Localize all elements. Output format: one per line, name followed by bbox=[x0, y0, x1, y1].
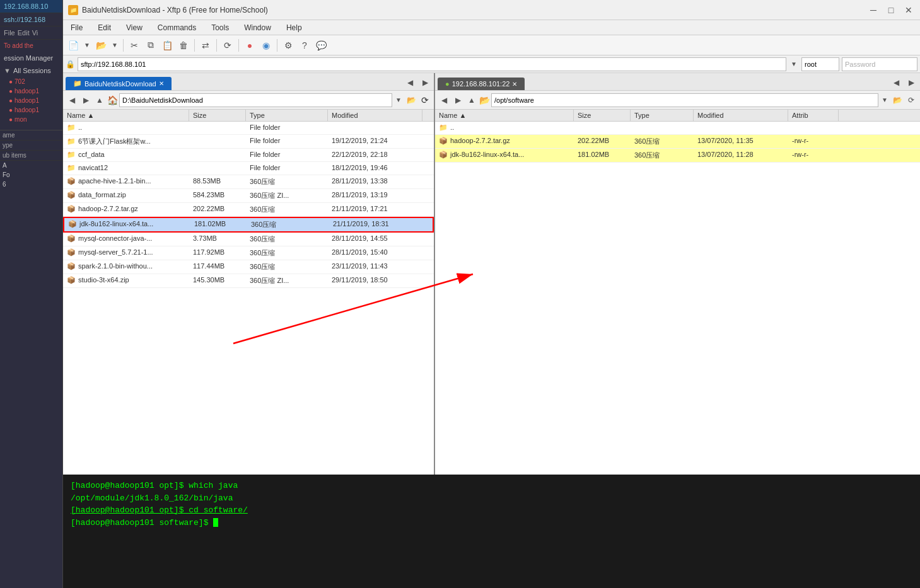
session-702[interactable]: ● 702 bbox=[0, 77, 62, 86]
remote-header-type[interactable]: Type bbox=[631, 110, 694, 121]
table-row[interactable]: 📦apache-hive-1.2.1-bin... 88.53MB 360压缩 … bbox=[63, 175, 434, 189]
transfer-button[interactable]: ⇄ bbox=[198, 38, 213, 53]
menu-window[interactable]: Window bbox=[242, 22, 274, 33]
file-type: File folder bbox=[246, 122, 328, 134]
menu-commands[interactable]: Commands bbox=[155, 22, 199, 33]
local-path-input[interactable] bbox=[119, 93, 392, 107]
file-size bbox=[189, 122, 246, 134]
session-hadoop1-3[interactable]: ● hadoop1 bbox=[0, 105, 62, 115]
sidebar-ip-top[interactable]: 192.168.88.10 bbox=[0, 0, 62, 13]
remote-refresh-button[interactable]: ⟳ bbox=[905, 94, 917, 107]
remote-file-list[interactable]: Name ▲ Size Type Modified Attrib 📁.. 📦ha bbox=[435, 110, 920, 483]
remote-prev-tab[interactable]: ◀ bbox=[890, 76, 902, 89]
refresh-button[interactable]: ⟳ bbox=[220, 38, 235, 53]
local-tab-close[interactable]: ✕ bbox=[159, 80, 164, 87]
all-sessions-item[interactable]: ▼ All Sessions bbox=[0, 64, 62, 77]
session-icon: ● bbox=[9, 88, 13, 95]
remote-header-modified[interactable]: Modified bbox=[694, 110, 788, 121]
session-mon[interactable]: ● mon bbox=[0, 115, 62, 124]
menu-view[interactable]: View bbox=[124, 22, 145, 33]
open-dropdown[interactable]: ▼ bbox=[110, 38, 120, 53]
table-row[interactable]: 📦hadoop-2.7.2.tar.gz 202.22MB 360压缩 13/0… bbox=[435, 135, 920, 149]
remote-browse-button[interactable]: 📂 bbox=[891, 94, 904, 107]
file-size: 181.02MB bbox=[574, 149, 631, 162]
local-header-name[interactable]: Name ▲ bbox=[63, 110, 189, 121]
menu-help[interactable]: Help bbox=[284, 22, 305, 33]
close-button[interactable]: ✕ bbox=[902, 4, 915, 16]
remote-tab[interactable]: ● 192.168.88.101:22 ✕ bbox=[438, 78, 525, 90]
delete-button[interactable]: 🗑 bbox=[176, 38, 191, 53]
copy-button[interactable]: ⧉ bbox=[143, 38, 158, 53]
menu-file[interactable]: File bbox=[68, 22, 85, 33]
local-file-list[interactable]: Name ▲ Size Type Modified 📁.. File folde… bbox=[63, 110, 434, 492]
cut-button[interactable]: ✂ bbox=[127, 38, 142, 53]
local-prev-tab[interactable]: ◀ bbox=[404, 76, 416, 89]
local-browse-button[interactable]: 📂 bbox=[405, 94, 417, 107]
sidebar-edit-menu[interactable]: Edit bbox=[18, 29, 30, 37]
table-row[interactable]: 📦mysql-connector-java-... 3.73MB 360压缩 2… bbox=[63, 233, 434, 246]
local-up-button[interactable]: ▲ bbox=[93, 94, 106, 107]
menu-edit[interactable]: Edit bbox=[95, 22, 114, 33]
paste-button[interactable]: 📋 bbox=[160, 38, 175, 53]
settings-button[interactable]: ⚙ bbox=[281, 38, 296, 53]
table-row[interactable]: 📁6节课入门Flask框架w... File folder 19/12/2019… bbox=[63, 135, 434, 149]
table-row[interactable]: 📁.. File folder bbox=[63, 122, 434, 135]
table-row[interactable]: 📦jdk-8u162-linux-x64.ta... 181.02MB 360压… bbox=[63, 217, 434, 233]
open-button[interactable]: 📂 bbox=[93, 38, 108, 53]
local-path-dropdown[interactable]: ▼ bbox=[393, 93, 404, 108]
remote-header-size[interactable]: Size bbox=[574, 110, 631, 121]
new-session-button[interactable]: 📄 bbox=[66, 38, 81, 53]
remote-path-input[interactable] bbox=[491, 93, 878, 107]
sidebar-ssh[interactable]: ssh://192.168 bbox=[0, 13, 62, 26]
root-field[interactable]: root bbox=[801, 57, 839, 71]
local-header-modified[interactable]: Modified bbox=[328, 110, 422, 121]
password-field[interactable]: Password bbox=[842, 57, 917, 71]
table-row[interactable]: 📦jdk-8u162-linux-x64.ta... 181.02MB 360压… bbox=[435, 149, 920, 163]
session-hadoop1-1[interactable]: ● hadoop1 bbox=[0, 86, 62, 96]
maximize-button[interactable]: □ bbox=[885, 4, 897, 16]
sidebar-file-menu[interactable]: File bbox=[4, 29, 15, 37]
file-attrib: -rw-r- bbox=[788, 149, 839, 162]
content-area: 📁 BaiduNetdiskDownload ✕ ◀ ▶ ◀ ▶ ▲ 🏠 ▼ 📂 bbox=[63, 73, 920, 492]
table-row[interactable]: 📦data_format.zip 584.23MB 360压缩 ZI... 28… bbox=[63, 189, 434, 203]
chat-button[interactable]: 💬 bbox=[313, 38, 329, 53]
file-name: 📦spark-2.1.0-bin-withou... bbox=[63, 260, 189, 274]
remote-nav: ◀ ▶ ▲ 📂 ▼ 📂 ⟳ bbox=[435, 91, 920, 110]
address-input[interactable] bbox=[78, 57, 786, 71]
remote-up-button[interactable]: ▲ bbox=[465, 94, 478, 107]
table-row[interactable]: 📦spark-2.1.0-bin-withou... 117.44MB 360压… bbox=[63, 260, 434, 274]
connect-button[interactable]: ● bbox=[242, 38, 257, 53]
help-button[interactable]: ? bbox=[297, 38, 312, 53]
local-header-size[interactable]: Size bbox=[189, 110, 246, 121]
local-back-button[interactable]: ◀ bbox=[66, 94, 78, 107]
local-forward-button[interactable]: ▶ bbox=[79, 94, 92, 107]
minimize-button[interactable]: ─ bbox=[867, 4, 880, 16]
table-row[interactable]: 📦mysql-server_5.7.21-1... 117.92MB 360压缩… bbox=[63, 246, 434, 260]
disconnect-button[interactable]: ◉ bbox=[259, 38, 274, 53]
table-row[interactable]: 📁.. bbox=[435, 122, 920, 135]
type-val: Fo bbox=[0, 170, 62, 180]
local-tab[interactable]: 📁 BaiduNetdiskDownload ✕ bbox=[66, 77, 172, 90]
sidebar-vi-menu[interactable]: Vi bbox=[32, 29, 38, 37]
menu-tools[interactable]: Tools bbox=[209, 22, 231, 33]
local-refresh-button[interactable]: ⟳ bbox=[419, 94, 431, 107]
remote-header-attrib[interactable]: Attrib bbox=[788, 110, 839, 121]
table-row[interactable]: 📦studio-3t-x64.zip 145.30MB 360压缩 ZI... … bbox=[63, 274, 434, 288]
address-dropdown[interactable]: ▼ bbox=[789, 57, 799, 72]
remote-forward-button[interactable]: ▶ bbox=[451, 94, 464, 107]
remote-path-dropdown[interactable]: ▼ bbox=[880, 93, 890, 108]
remote-next-tab[interactable]: ▶ bbox=[905, 76, 917, 89]
remote-tab-close[interactable]: ✕ bbox=[512, 81, 517, 88]
file-modified: 28/11/2019, 13:38 bbox=[328, 175, 422, 188]
new-session-dropdown[interactable]: ▼ bbox=[82, 38, 92, 53]
file-type: File folder bbox=[246, 135, 328, 148]
table-row[interactable]: 📁navicat12 File folder 18/12/2019, 19:46 bbox=[63, 162, 434, 175]
terminal[interactable]: [hadoop@hadoop101 opt]$ which java /opt/… bbox=[63, 475, 920, 588]
remote-header-name[interactable]: Name ▲ bbox=[435, 110, 574, 121]
table-row[interactable]: 📁ccf_data File folder 22/12/2019, 22:18 bbox=[63, 149, 434, 162]
local-next-tab[interactable]: ▶ bbox=[419, 76, 431, 89]
session-hadoop1-2[interactable]: ● hadoop1 bbox=[0, 96, 62, 105]
local-header-type[interactable]: Type bbox=[246, 110, 328, 121]
table-row[interactable]: 📦hadoop-2.7.2.tar.gz 202.22MB 360压缩 21/1… bbox=[63, 203, 434, 217]
remote-back-button[interactable]: ◀ bbox=[438, 94, 450, 107]
